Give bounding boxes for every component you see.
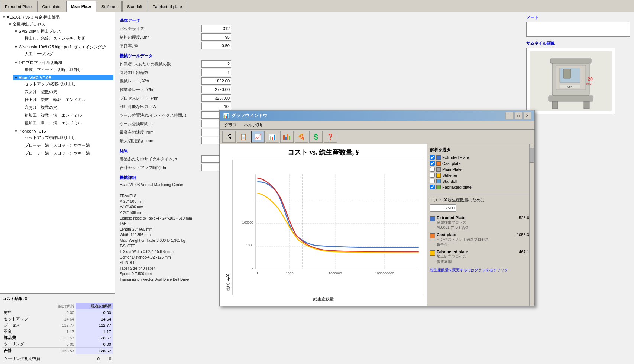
analysis-color-3 xyxy=(436,173,441,178)
machine-input-4[interactable] xyxy=(201,94,231,102)
analysis-checkbox-0[interactable] xyxy=(430,155,435,160)
cost-row-curr-2: 112.77 xyxy=(76,322,113,328)
tree-leaf-haas-rough1[interactable]: 粗加工 複数 溝 エンドミル xyxy=(19,111,113,119)
graph-content: コスト vs. 総生産数量, ¥ 総コスト, ¥ 0 1000 100000 xyxy=(220,144,534,306)
menu-help[interactable]: ヘルプ(H) xyxy=(243,121,263,129)
tree-node-kinzoku[interactable]: ▼ 金属押出プロセス ▼ SMS 20MN 押出プレス xyxy=(7,20,113,159)
tab-cast-plate[interactable]: Cast plate xyxy=(37,1,65,12)
cost-value-input[interactable] xyxy=(430,204,456,212)
scrollbar-thumb[interactable] xyxy=(530,148,534,163)
tree-leaf-pioneer-broach2[interactable]: ブローチ 溝（スロット）やキー溝 xyxy=(19,149,113,157)
tree-leaf-haas-setup[interactable]: セットアップ/搭載/取り出し xyxy=(19,80,113,88)
svg-rect-9 xyxy=(552,101,558,109)
svg-rect-6 xyxy=(550,59,591,63)
analysis-item-0: Extruded Plate xyxy=(430,155,531,160)
cost-footer: ツーリング初期投資 0 0 xyxy=(2,355,113,362)
analysis-label-0: Extruded Plate xyxy=(442,155,469,160)
tree-node-sms[interactable]: ▼ SMS 20MN 押出プレス 押出し、急冷、ストレッチ、切断 xyxy=(13,27,113,43)
tree-leaf-haas-rough2[interactable]: 粗加工 単一 溝 エンドミル xyxy=(19,119,113,127)
chart-svg-container[interactable]: 0 1000 100000 1 1000 1000000 1000000000 xyxy=(232,160,423,295)
tab-stiffener[interactable]: Stiffener xyxy=(97,1,122,12)
tree-leaf-haas-drill2[interactable]: 穴あけ 複数の穴 xyxy=(19,104,113,111)
tree-leaf-haas-finish[interactable]: 仕上げ 複数 輪郭 エンドミル xyxy=(19,96,113,104)
analysis-checkbox-1[interactable] xyxy=(430,161,435,166)
legend-item-1: Cast plate インベストメント鋳造プロセス 銅合金 1058.33 xyxy=(430,233,531,247)
x-axis-label: 総生産数量 xyxy=(313,296,334,302)
svg-text:20: 20 xyxy=(588,77,593,82)
machine-input-5[interactable] xyxy=(201,103,231,110)
analysis-checkbox-3[interactable] xyxy=(430,173,435,178)
menu-graph[interactable]: グラフ xyxy=(223,121,238,129)
maximize-button[interactable]: □ xyxy=(514,112,523,119)
machine-input-2[interactable] xyxy=(201,77,231,85)
cost-col-prev: 前の解析 xyxy=(45,303,76,309)
tree-leaf-haas-drill1[interactable]: 穴あけ 複数の穴 xyxy=(19,88,113,96)
analysis-checkbox-5[interactable] xyxy=(430,185,435,189)
tree-node-haas[interactable]: ▼ Haas VMC VF-0B セットアップ/搭載/取り出し 穴あけ 複数の穴 xyxy=(13,74,113,128)
tree-node-profile[interactable]: ▼ 14" プロファイル切断機 搭載、フィード、切断、取外し xyxy=(13,59,113,74)
cost-row-label-0: 材料 xyxy=(2,309,45,316)
analysis-color-2 xyxy=(436,167,441,172)
close-button[interactable]: ✕ xyxy=(523,112,531,119)
notes-input[interactable] xyxy=(526,22,630,37)
graph-sidebar: 解析を選択 Extruded Plate Cast plate Main Pla… xyxy=(427,144,534,306)
toolbar-cost[interactable]: 💲 xyxy=(309,131,323,143)
tree-node-pioneer[interactable]: ▼ Pioneer VT315 セットアップ/搭載/取り出し ブローチ 溝（スロ… xyxy=(13,128,113,158)
toolbar-copy[interactable]: 📋 xyxy=(237,131,250,143)
legend-name-2: Fabriacted plate xyxy=(437,250,509,254)
analysis-checkbox-2[interactable] xyxy=(430,167,435,172)
toolbar-help[interactable]: ❓ xyxy=(324,131,337,143)
cost-row-prev-6: 128.57 xyxy=(45,348,76,354)
analysis-label-2: Main Plate xyxy=(442,167,462,172)
tree-leaf-aging[interactable]: 人工エージング xyxy=(19,50,113,58)
legend-val-2: 467.15 xyxy=(509,250,531,254)
tree-leaf-sms[interactable]: 押出し、急冷、ストレッチ、切断 xyxy=(19,35,113,42)
cost-row-label-6: 合計 xyxy=(2,348,45,354)
tree-leaf-cut[interactable]: 搭載、フィード、切断、取外し xyxy=(19,66,113,74)
tree-area: ▼ AL6061 アルミ合金 押出部品 ▼ 金属押出プロセス xyxy=(0,12,115,293)
chart-svg: 0 1000 100000 1 1000 1000000 1000000000 xyxy=(232,160,423,295)
tree-root[interactable]: ▼ AL6061 アルミ合金 押出部品 ▼ 金属押出プロセス xyxy=(1,13,113,159)
legend-val-1: 1058.33 xyxy=(509,233,531,237)
graph-titlebar: 📊 グラフウィンドウ ─ □ ✕ xyxy=(220,110,534,121)
tree-node-wisconsin[interactable]: ▼ Wisconsin 10x9x25 high perf. ガスエイジング炉 … xyxy=(13,43,113,59)
tab-main-plate[interactable]: Main Plate xyxy=(66,1,96,12)
cost-row-prev-4: 128.57 xyxy=(45,335,76,341)
machine-label-7: ツール交換時間, s xyxy=(120,121,201,127)
legend-text-2: Fabriacted plate 加工組立プロセス 低炭素鋼 xyxy=(437,250,509,264)
machine-input-1[interactable] xyxy=(201,69,231,76)
analysis-items: Extruded Plate Cast plate Main Plate Sti… xyxy=(430,155,531,189)
basic-input-2[interactable] xyxy=(201,42,231,49)
toolbar-pie-chart[interactable]: 🍕 xyxy=(295,131,308,143)
toolbar-print[interactable]: 🖨 xyxy=(222,131,236,143)
toolbar-bar-chart[interactable]: 📊 xyxy=(266,131,279,143)
basic-input-1[interactable] xyxy=(201,33,231,41)
tree-root-label: AL6061 アルミ合金 押出部品 xyxy=(7,14,60,20)
analysis-checkbox-4[interactable] xyxy=(430,179,435,183)
analysis-color-5 xyxy=(436,185,441,189)
minimize-button[interactable]: ─ xyxy=(505,112,514,119)
footer-note[interactable]: 総生産数量を変更するにはグラフを右クリック xyxy=(430,267,531,273)
basic-label-2: 不良率, % xyxy=(120,43,201,49)
scrollbar-right[interactable] xyxy=(529,144,534,306)
svg-text:0: 0 xyxy=(252,268,253,272)
svg-text:100000: 100000 xyxy=(242,221,254,224)
tab-fabriacted-plate[interactable]: Fabriacted plate xyxy=(148,1,187,12)
cost-row-prev-0: 0.00 xyxy=(45,309,76,316)
toolbar-bar-grouped[interactable] xyxy=(280,131,294,143)
tree-leaf-pioneer-broach1[interactable]: ブローチ 溝（スロット）やキー溝 xyxy=(19,142,113,149)
legend-color-0 xyxy=(430,216,435,221)
machine-input-0[interactable] xyxy=(201,60,231,68)
tab-standoff[interactable]: Standoff xyxy=(122,1,147,12)
machine-input-3[interactable] xyxy=(201,86,231,93)
analysis-title: 解析を選択 xyxy=(430,147,531,153)
tree-leaf-pioneer-setup[interactable]: セットアップ/搭載/取り出し xyxy=(19,134,113,142)
chart-title: コスト vs. 総生産数量, ¥ xyxy=(288,148,359,157)
legend-sub2-2: 低炭素鋼 xyxy=(437,259,509,264)
toolbar-line-chart[interactable]: 📈 xyxy=(251,131,265,143)
tab-extruded-plate[interactable]: Extruded Plate xyxy=(0,1,36,12)
legend-sub2-1: 銅合金 xyxy=(437,242,509,247)
result-label-0: 部品あたりのサイクルタイム, s xyxy=(120,156,201,162)
basic-label-0: バッチサイズ xyxy=(120,26,201,32)
basic-input-0[interactable] xyxy=(201,25,231,32)
